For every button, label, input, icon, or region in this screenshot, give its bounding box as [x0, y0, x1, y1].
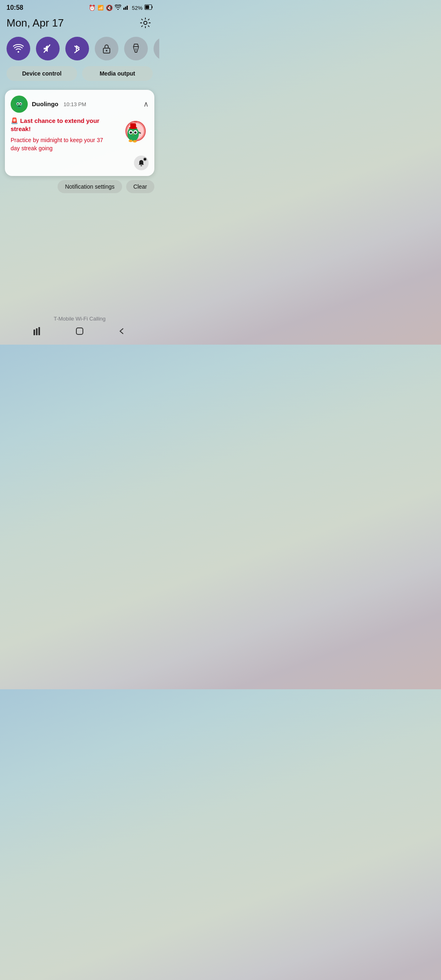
notification-card: Duolingo 10:13 PM ∧ 🚨 Last chance to ext… — [5, 90, 154, 176]
notif-text: 🚨 Last chance to extend your streak! Pra… — [11, 117, 108, 152]
svg-point-17 — [15, 99, 18, 103]
bluetooth-status-icon: 📶 — [98, 5, 104, 11]
date-display: Mon, Apr 17 — [7, 17, 64, 29]
date-row: Mon, Apr 17 — [0, 14, 159, 35]
battery-percent: 52% — [132, 5, 143, 11]
bell-badge-dot — [143, 157, 147, 161]
carrier-label: T-Mobile Wi-Fi Calling — [0, 316, 159, 322]
alarm-icon: ⏰ — [89, 4, 96, 11]
notif-collapse-icon[interactable]: ∧ — [143, 100, 149, 109]
svg-point-29 — [129, 140, 133, 142]
bluetooth-toggle[interactable] — [65, 37, 89, 60]
svg-point-30 — [133, 140, 137, 143]
signal-icon — [123, 4, 130, 11]
notif-footer — [11, 156, 149, 170]
svg-rect-34 — [36, 328, 38, 335]
notif-header-left: Duolingo 10:13 PM — [11, 96, 86, 113]
notif-time: 10:13 PM — [63, 101, 86, 107]
svg-rect-6 — [145, 5, 149, 9]
status-icons: ⏰ 📶 🔇 52% — [89, 4, 153, 11]
back-icon[interactable] — [117, 327, 126, 338]
svg-rect-1 — [125, 7, 126, 10]
wifi-status-icon — [115, 4, 121, 11]
media-output-button[interactable]: Media output — [82, 66, 153, 81]
device-control-button[interactable]: Device control — [7, 66, 77, 81]
wifi-toggle[interactable] — [7, 37, 30, 60]
notif-app-name: Duolingo — [32, 100, 58, 107]
battery-icon — [145, 4, 153, 11]
svg-point-28 — [134, 131, 137, 134]
notif-header: Duolingo 10:13 PM ∧ — [11, 96, 149, 113]
clear-button[interactable]: Clear — [126, 180, 154, 193]
recent-apps-icon[interactable] — [33, 327, 42, 338]
flashlight-toggle[interactable] — [124, 37, 148, 60]
svg-rect-32 — [130, 123, 136, 129]
nav-bar — [0, 323, 159, 341]
svg-rect-5 — [152, 6, 153, 8]
duo-character-image — [112, 117, 149, 149]
notification-settings-bell[interactable] — [134, 156, 149, 170]
status-time: 10:58 — [7, 4, 23, 11]
quick-buttons: Device control Media output — [0, 66, 159, 87]
svg-point-15 — [17, 103, 19, 105]
svg-point-16 — [20, 103, 22, 105]
notif-app-info: Duolingo 10:13 PM — [32, 100, 86, 108]
svg-point-7 — [144, 21, 147, 24]
notification-settings-button[interactable]: Notification settings — [58, 180, 122, 193]
svg-rect-33 — [33, 330, 35, 335]
mute-status-icon: 🔇 — [106, 4, 113, 11]
quick-toggles — [0, 35, 159, 66]
notif-title: 🚨 Last chance to extend your streak! — [11, 117, 108, 134]
home-icon[interactable] — [75, 327, 84, 338]
svg-rect-2 — [127, 6, 128, 10]
notif-message: Practice by midnight to keep your 37 day… — [11, 136, 108, 153]
svg-point-27 — [130, 131, 132, 134]
status-bar: 10:58 ⏰ 📶 🔇 52% — [0, 0, 159, 14]
svg-point-10 — [106, 50, 107, 51]
screen-lock-toggle[interactable] — [95, 37, 118, 60]
svg-rect-36 — [76, 328, 83, 334]
svg-rect-23 — [134, 121, 137, 122]
notif-actions: Notification settings Clear — [0, 176, 159, 195]
notif-body: 🚨 Last chance to extend your streak! Pra… — [11, 117, 149, 152]
settings-icon[interactable] — [138, 16, 153, 30]
svg-point-18 — [20, 99, 23, 103]
airplane-toggle[interactable] — [154, 37, 159, 60]
svg-rect-35 — [38, 327, 40, 335]
svg-rect-0 — [123, 8, 125, 10]
silent-toggle[interactable] — [36, 37, 60, 60]
duolingo-app-icon — [11, 96, 28, 113]
svg-rect-3 — [128, 5, 129, 10]
